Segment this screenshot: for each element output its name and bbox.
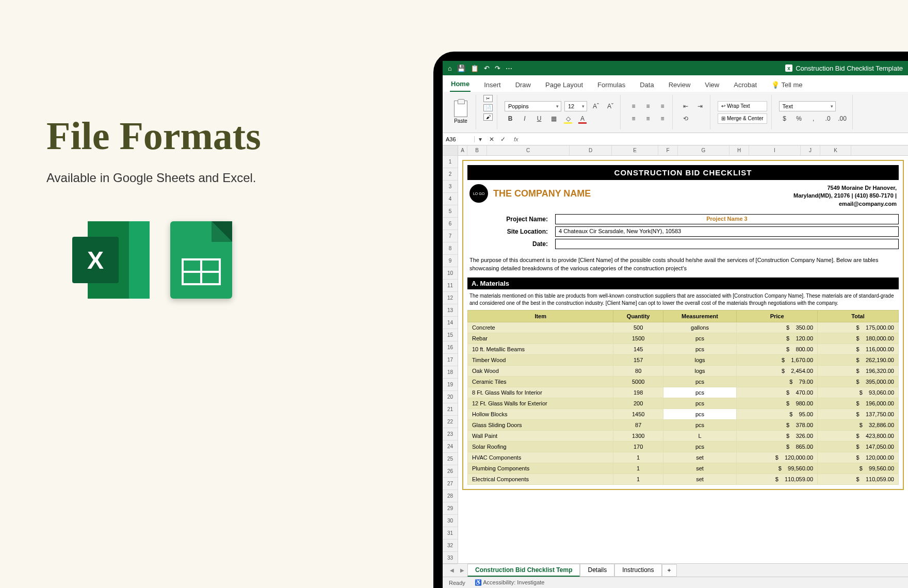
row-header[interactable]: 22 bbox=[443, 416, 458, 428]
merge-center-button[interactable]: ⊞Merge & Center bbox=[718, 113, 767, 124]
number-format-select[interactable]: Text bbox=[779, 101, 836, 111]
wrap-text-button[interactable]: ↩Wrap Text bbox=[718, 101, 767, 111]
row-header[interactable]: 16 bbox=[443, 341, 458, 354]
row-header[interactable]: 30 bbox=[443, 515, 458, 527]
cancel-icon[interactable]: ✕ bbox=[486, 134, 497, 144]
titlebar-icon[interactable]: ⋯ bbox=[506, 64, 512, 72]
row-header[interactable]: 32 bbox=[443, 540, 458, 552]
font-color-button[interactable]: A bbox=[577, 113, 588, 124]
table-row[interactable]: Concrete500gallons$ 350.00$ 175,000.00 bbox=[468, 322, 899, 333]
tab-insert[interactable]: Insert bbox=[483, 78, 502, 92]
percent-icon[interactable]: % bbox=[793, 113, 805, 124]
row-header[interactable]: 4 bbox=[443, 193, 458, 205]
row-header[interactable]: 31 bbox=[443, 527, 458, 540]
align-center-icon[interactable]: ≡ bbox=[642, 113, 654, 124]
row-header[interactable]: 2 bbox=[443, 168, 458, 181]
decrease-font-icon[interactable]: Aˇ bbox=[605, 101, 616, 111]
row-header[interactable]: 21 bbox=[443, 403, 458, 416]
row-header[interactable]: 13 bbox=[443, 304, 458, 317]
table-row[interactable]: 12 Ft. Glass Walls for Exterior200pcs$ 9… bbox=[468, 398, 899, 409]
row-header[interactable]: 12 bbox=[443, 292, 458, 304]
bold-button[interactable]: B bbox=[505, 113, 516, 124]
col-header[interactable]: A bbox=[458, 145, 467, 155]
decrease-indent-icon[interactable]: ⇤ bbox=[680, 101, 691, 111]
tab-tell-me[interactable]: 💡 Tell me bbox=[770, 78, 804, 92]
name-box[interactable]: A36 bbox=[443, 136, 475, 142]
col-header[interactable]: J bbox=[801, 145, 820, 155]
titlebar-icon[interactable]: 📋 bbox=[471, 64, 479, 72]
table-row[interactable]: Timber Wood157logs$ 1,670.00$ 262,190.00 bbox=[468, 354, 899, 365]
table-row[interactable]: 10 ft. Metallic Beams145pcs$ 800.00$ 116… bbox=[468, 344, 899, 354]
row-header[interactable]: 27 bbox=[443, 478, 458, 490]
table-row[interactable]: Electrical Components1set$ 110,059.00$ 1… bbox=[468, 473, 899, 484]
col-header[interactable]: K bbox=[820, 145, 851, 155]
row-header[interactable]: 25 bbox=[443, 453, 458, 465]
sheet-tab[interactable]: Details bbox=[580, 564, 614, 577]
tab-data[interactable]: Data bbox=[639, 78, 655, 92]
row-header[interactable]: 19 bbox=[443, 379, 458, 391]
col-header[interactable]: E bbox=[612, 145, 658, 155]
row-header[interactable]: 7 bbox=[443, 230, 458, 242]
copy-icon[interactable]: 📄 bbox=[483, 104, 493, 111]
cut-icon[interactable]: ✂ bbox=[483, 95, 493, 102]
table-row[interactable]: 8 Ft. Glass Walls for Interior198pcs$ 47… bbox=[468, 387, 899, 398]
table-row[interactable]: HVAC Components1set$ 120,000.00$ 120,000… bbox=[468, 452, 899, 463]
tab-page-layout[interactable]: Page Layout bbox=[544, 78, 584, 92]
row-header[interactable]: 29 bbox=[443, 502, 458, 515]
row-header[interactable]: 10 bbox=[443, 267, 458, 280]
align-right-icon[interactable]: ≡ bbox=[657, 113, 668, 124]
col-header[interactable]: G bbox=[678, 145, 729, 155]
col-header[interactable]: I bbox=[749, 145, 801, 155]
align-top-icon[interactable]: ≡ bbox=[628, 101, 639, 111]
align-middle-icon[interactable]: ≡ bbox=[642, 101, 654, 111]
add-sheet-button[interactable]: + bbox=[662, 564, 677, 577]
titlebar-icon[interactable]: 💾 bbox=[457, 64, 465, 72]
orientation-icon[interactable]: ⟲ bbox=[680, 113, 691, 124]
fx-dropdown-icon[interactable]: ▾ bbox=[475, 134, 486, 144]
table-row[interactable]: Ceramic Tiles5000pcs$ 79.00$ 395,000.00 bbox=[468, 376, 899, 387]
row-header[interactable]: 6 bbox=[443, 218, 458, 230]
table-row[interactable]: Oak Wood80logs$ 2,454.00$ 196,320.00 bbox=[468, 365, 899, 376]
row-header[interactable]: 9 bbox=[443, 255, 458, 267]
table-row[interactable]: Glass Sliding Doors87pcs$ 378.00$ 32,886… bbox=[468, 419, 899, 430]
site-location-value[interactable]: 4 Chateaux Cir Scarsdale, New York(NY), … bbox=[555, 226, 899, 237]
col-header[interactable]: B bbox=[467, 145, 487, 155]
tab-draw[interactable]: Draw bbox=[514, 78, 532, 92]
row-header[interactable]: 3 bbox=[443, 181, 458, 193]
row-header[interactable]: 5 bbox=[443, 205, 458, 218]
row-header[interactable]: 11 bbox=[443, 280, 458, 292]
paste-button[interactable]: Paste bbox=[450, 97, 472, 127]
row-header[interactable]: 26 bbox=[443, 465, 458, 478]
tab-review[interactable]: Review bbox=[668, 78, 692, 92]
align-left-icon[interactable]: ≡ bbox=[628, 113, 639, 124]
row-header[interactable]: 8 bbox=[443, 242, 458, 255]
tab-formulas[interactable]: Formulas bbox=[596, 78, 626, 92]
col-header[interactable]: D bbox=[570, 145, 612, 155]
row-header[interactable]: 15 bbox=[443, 329, 458, 341]
prev-sheet-icon[interactable]: ◀ bbox=[447, 567, 457, 573]
table-row[interactable]: Plumbing Components1set$ 99,560.00$ 99,5… bbox=[468, 463, 899, 473]
underline-button[interactable]: U bbox=[533, 113, 545, 124]
row-header[interactable]: 28 bbox=[443, 490, 458, 502]
col-header[interactable]: H bbox=[729, 145, 749, 155]
row-header[interactable]: 14 bbox=[443, 317, 458, 329]
table-row[interactable]: Wall Paint1300L$ 326.00$ 423,800.00 bbox=[468, 430, 899, 441]
sheet-tab[interactable]: Instructions bbox=[614, 564, 661, 577]
date-value[interactable] bbox=[555, 239, 899, 249]
font-size-select[interactable]: 12 bbox=[564, 101, 587, 111]
sheet-tab[interactable]: Construction Bid Checklist Temp bbox=[467, 564, 580, 577]
currency-icon[interactable]: $ bbox=[779, 113, 790, 124]
titlebar-icon[interactable]: ⌂ bbox=[448, 64, 452, 72]
increase-indent-icon[interactable]: ⇥ bbox=[694, 101, 706, 111]
decrease-decimal-icon[interactable]: .00 bbox=[837, 113, 848, 124]
align-bottom-icon[interactable]: ≡ bbox=[657, 101, 668, 111]
col-header[interactable]: C bbox=[487, 145, 570, 155]
font-select[interactable]: Poppins bbox=[505, 101, 561, 111]
italic-button[interactable]: I bbox=[519, 113, 530, 124]
titlebar-icon[interactable]: ↶ bbox=[484, 64, 490, 72]
row-header[interactable]: 24 bbox=[443, 440, 458, 453]
tab-view[interactable]: View bbox=[704, 78, 720, 92]
row-header[interactable]: 33 bbox=[443, 552, 458, 564]
table-row[interactable]: Solar Roofing170pcs$ 865.00$ 147,050.00 bbox=[468, 441, 899, 452]
row-header[interactable]: 1 bbox=[443, 156, 458, 168]
